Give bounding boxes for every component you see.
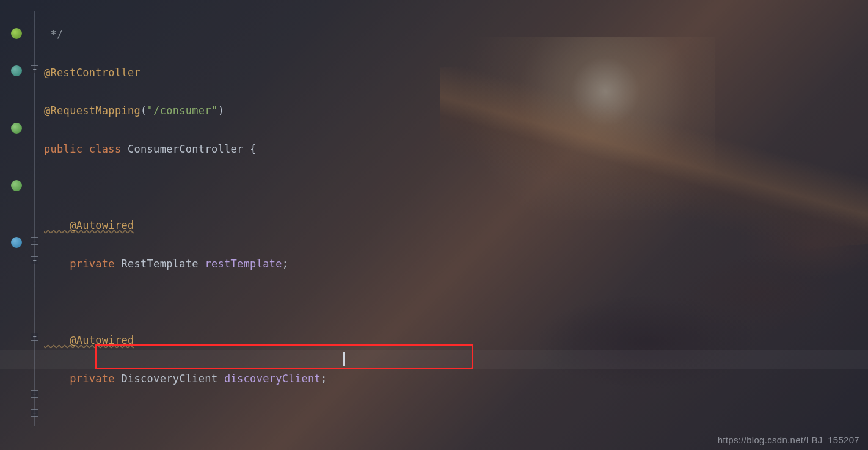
var-discoveryclient: discoveryClient <box>224 372 321 385</box>
string-consumer: "/consumer" <box>147 104 218 117</box>
fold-toggle-method[interactable]: − <box>31 237 38 245</box>
semi: ; <box>282 258 289 270</box>
code-editor[interactable]: −−−−−− */ @RestController @RequestMappin… <box>0 0 868 450</box>
fold-toggle-class[interactable]: − <box>31 65 38 73</box>
fold-toggle-close1[interactable]: − <box>31 390 38 398</box>
autowired-bean-icon[interactable] <box>11 123 22 134</box>
text-cursor <box>343 352 345 366</box>
anno-autowired-1: @Autowired <box>44 219 134 231</box>
anno-requestmapping: @RequestMapping <box>44 104 140 117</box>
anno-restcontroller: @RestController <box>44 67 140 79</box>
paren-open: ( <box>140 104 147 117</box>
watermark-text: https://blog.csdn.net/LBJ_155207 <box>718 435 859 445</box>
request-mapping-icon[interactable] <box>11 237 22 248</box>
var-resttemplate: restTemplate <box>205 258 282 270</box>
kw-private-2: private <box>44 372 121 385</box>
anno-autowired-2: @Autowired <box>44 334 134 346</box>
fold-toggle-close2[interactable]: − <box>31 409 38 417</box>
fold-column: −−−−−− <box>29 0 44 450</box>
fold-toggle-block1[interactable]: − <box>31 256 38 264</box>
code-area[interactable]: */ @RestController @RequestMapping("/con… <box>44 0 868 450</box>
class-bean-icon[interactable] <box>11 28 22 39</box>
comment-end: */ <box>44 28 64 40</box>
semi-2: ; <box>321 372 327 385</box>
autowired-bean-icon-2[interactable] <box>11 180 22 191</box>
kw-class: class <box>89 143 128 155</box>
kw-public: public <box>44 143 89 155</box>
class-marker-icon[interactable] <box>11 65 22 76</box>
class-name: ConsumerController <box>128 143 250 155</box>
brace-open: { <box>250 143 257 155</box>
type-resttemplate: RestTemplate <box>121 258 205 270</box>
paren-close: ) <box>217 104 224 117</box>
fold-toggle-block2[interactable]: − <box>31 333 38 341</box>
kw-private-1: private <box>44 258 121 270</box>
gutter <box>0 0 29 450</box>
type-discoveryclient: DiscoveryClient <box>121 372 224 385</box>
